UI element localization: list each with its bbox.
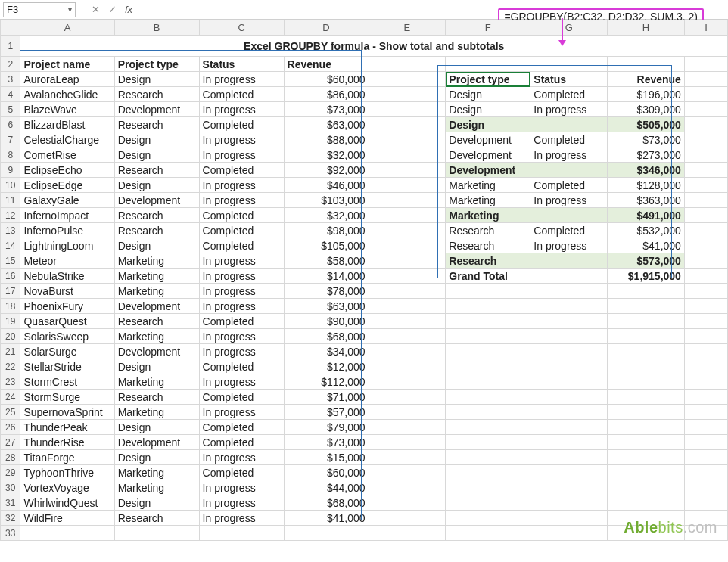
cell[interactable]: In progress — [199, 269, 284, 284]
cell[interactable]: $86,000 — [284, 87, 369, 102]
select-all[interactable] — [1, 20, 20, 36]
cell[interactable]: VortexVoyage — [20, 480, 114, 495]
cell[interactable]: $73,000 — [284, 435, 369, 450]
row-header[interactable]: 21 — [1, 344, 20, 359]
cell[interactable] — [369, 223, 446, 238]
cell[interactable]: Research — [446, 238, 530, 253]
cell[interactable] — [530, 57, 608, 72]
cell[interactable] — [446, 359, 530, 374]
cell[interactable] — [530, 329, 608, 344]
cell[interactable] — [369, 57, 446, 72]
cell[interactable] — [684, 329, 727, 344]
cell[interactable]: In progress — [530, 193, 608, 208]
cell[interactable] — [684, 193, 727, 208]
row-header[interactable]: 6 — [1, 117, 20, 132]
col-header[interactable]: C — [199, 20, 284, 36]
cell[interactable]: Design — [114, 495, 199, 511]
cell[interactable] — [369, 102, 446, 117]
cell[interactable] — [446, 495, 530, 511]
cell[interactable]: Completed — [199, 87, 284, 102]
cell[interactable]: Marketing — [114, 405, 199, 420]
cell[interactable] — [684, 163, 727, 178]
col-header[interactable]: B — [114, 20, 199, 36]
cell[interactable] — [530, 374, 608, 390]
cell[interactable]: Completed — [199, 314, 284, 329]
cell[interactable]: In progress — [530, 238, 608, 253]
cell[interactable] — [530, 208, 608, 223]
cell[interactable] — [608, 480, 685, 495]
cell[interactable] — [369, 178, 446, 193]
cell[interactable] — [608, 390, 685, 405]
col-header[interactable]: G — [530, 20, 608, 36]
cell[interactable]: $79,000 — [284, 420, 369, 435]
cell[interactable] — [530, 465, 608, 480]
cell[interactable]: In progress — [530, 102, 608, 117]
cell[interactable] — [684, 405, 727, 420]
cell[interactable] — [446, 511, 530, 526]
cell[interactable] — [369, 193, 446, 208]
cell[interactable] — [684, 435, 727, 450]
cell[interactable] — [684, 117, 727, 132]
cell[interactable]: SolarisSweep — [20, 329, 114, 344]
cell[interactable] — [530, 117, 608, 132]
cell[interactable]: $73,000 — [608, 132, 685, 147]
row-header[interactable]: 3 — [1, 72, 20, 87]
cell[interactable]: In progress — [199, 178, 284, 193]
cell[interactable] — [608, 299, 685, 314]
cell[interactable]: Excel GROUPBY formula - Show total and s… — [20, 36, 728, 57]
cell[interactable]: $128,000 — [608, 178, 685, 193]
cell[interactable]: Design — [446, 117, 530, 132]
cell[interactable]: $32,000 — [284, 147, 369, 163]
cell[interactable]: In progress — [199, 344, 284, 359]
cell[interactable]: InfernoPulse — [20, 223, 114, 238]
cell[interactable]: In progress — [199, 102, 284, 117]
row-header[interactable]: 10 — [1, 178, 20, 193]
cell[interactable]: $32,000 — [284, 208, 369, 223]
cell[interactable]: BlazeWave — [20, 102, 114, 117]
cell[interactable] — [530, 359, 608, 374]
cell[interactable] — [684, 314, 727, 329]
cell[interactable] — [530, 450, 608, 465]
cell[interactable] — [608, 495, 685, 511]
cell[interactable]: $505,000 — [608, 117, 685, 132]
cell[interactable]: Research — [114, 390, 199, 405]
cell[interactable] — [608, 435, 685, 450]
cell[interactable] — [369, 132, 446, 147]
cell[interactable] — [446, 329, 530, 344]
cell[interactable]: Grand Total — [446, 269, 530, 284]
cell[interactable] — [684, 480, 727, 495]
col-header[interactable]: A — [20, 20, 114, 36]
cell[interactable]: In progress — [199, 480, 284, 495]
cell[interactable]: $532,000 — [608, 223, 685, 238]
cell[interactable]: NebulaStrike — [20, 269, 114, 284]
row-header[interactable]: 18 — [1, 299, 20, 314]
row-header[interactable]: 13 — [1, 223, 20, 238]
cell[interactable]: In progress — [199, 511, 284, 526]
cell[interactable] — [530, 511, 608, 526]
col-header[interactable]: F — [446, 20, 530, 36]
cell[interactable] — [530, 480, 608, 495]
cell[interactable]: Revenue — [284, 57, 369, 72]
cell[interactable] — [446, 390, 530, 405]
cell[interactable]: Project name — [20, 57, 114, 72]
cell[interactable] — [530, 299, 608, 314]
cell[interactable] — [530, 435, 608, 450]
cell[interactable]: Marketing — [114, 465, 199, 480]
cell[interactable] — [684, 390, 727, 405]
cell[interactable]: Completed — [199, 163, 284, 178]
cell[interactable]: Design — [114, 450, 199, 465]
cell[interactable]: $44,000 — [284, 480, 369, 495]
cell[interactable]: In progress — [199, 405, 284, 420]
cell[interactable] — [684, 147, 727, 163]
cell[interactable] — [369, 314, 446, 329]
row-header[interactable]: 4 — [1, 87, 20, 102]
row-header[interactable]: 27 — [1, 435, 20, 450]
cell[interactable]: In progress — [199, 329, 284, 344]
row-header[interactable]: 16 — [1, 269, 20, 284]
row-header[interactable]: 14 — [1, 238, 20, 253]
row-header[interactable]: 31 — [1, 495, 20, 511]
cell[interactable]: Design — [446, 102, 530, 117]
cell[interactable]: Research — [114, 511, 199, 526]
cell[interactable]: Marketing — [114, 329, 199, 344]
cell[interactable]: $573,000 — [608, 253, 685, 269]
